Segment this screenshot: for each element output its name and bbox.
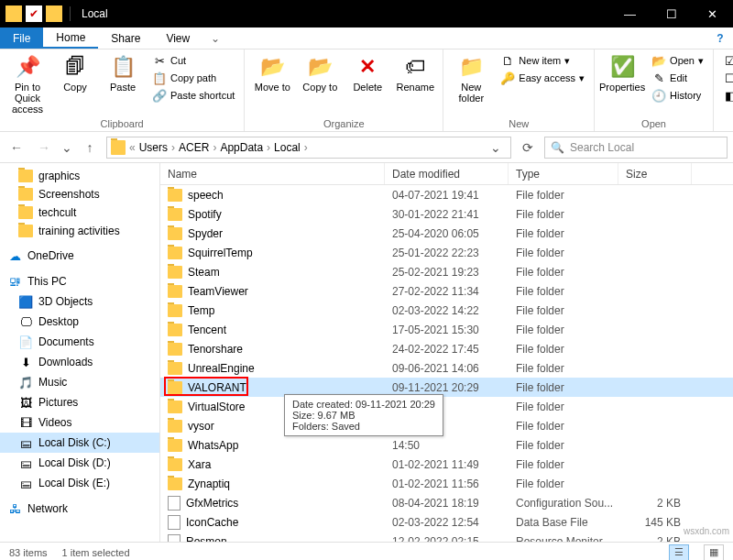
file-row[interactable]: Temp02-03-2022 14:22File folder [160, 301, 733, 320]
move-to-button[interactable]: 📂Move to [250, 52, 294, 93]
sidebar-onedrive[interactable]: ☁OneDrive [0, 246, 159, 266]
copy-button[interactable]: 🗐Copy [53, 52, 97, 93]
edit-button[interactable]: ✎Edit [648, 70, 707, 86]
sidebar-item[interactable]: 🖴Local Disk (D:) [0, 453, 159, 473]
sidebar-item[interactable]: graphics [0, 167, 159, 185]
folder-icon [168, 208, 182, 221]
file-row[interactable]: VALORANT09-11-2021 20:29File folder [160, 378, 733, 397]
status-bar: 83 items 1 item selected ☰ ▦ [0, 542, 733, 560]
file-row[interactable]: WhatsApp14:50File folder [160, 435, 733, 455]
sidebar-item[interactable]: 📄Documents [0, 332, 159, 352]
file-row[interactable]: IconCache02-03-2022 12:54Data Base File1… [160, 512, 733, 532]
paste-button[interactable]: 📋Paste [101, 52, 145, 93]
forward-button[interactable]: → [33, 137, 55, 159]
folder-icon [168, 304, 182, 317]
breadcrumb[interactable]: « Users› ACER› AppData› Local› ⌄ [106, 137, 511, 159]
sidebar-item[interactable]: 🖴Local Disk (E:) [0, 473, 159, 493]
file-row[interactable]: vysor22:48File folder [160, 416, 733, 435]
selection-count: 1 item selected [62, 547, 130, 558]
file-row[interactable]: VirtualStore14:06File folder [160, 397, 733, 416]
breadcrumb-dropdown[interactable]: ⌄ [485, 137, 507, 159]
file-list[interactable]: speech04-07-2021 19:41File folderSpotify… [160, 185, 733, 542]
file-row[interactable]: UnrealEngine09-06-2021 14:06File folder [160, 358, 733, 378]
folder-icon [168, 381, 182, 394]
icons-view-button[interactable]: ▦ [704, 544, 724, 561]
sidebar-network[interactable]: 🖧Network [0, 499, 159, 519]
history-button[interactable]: 🕘History [648, 87, 707, 104]
open-button[interactable]: 📂Open ▾ [648, 52, 707, 69]
ribbon-group-clipboard: 📌Pin to Quick access 🗐Copy 📋Paste ✂Cut 📋… [0, 49, 245, 131]
file-row[interactable]: TeamViewer27-02-2022 11:34File folder [160, 281, 733, 301]
file-row[interactable]: Resmon12-02-2022 02:15Resource Monitor .… [160, 532, 733, 542]
qat-check-icon[interactable]: ✔ [26, 5, 42, 22]
sidebar-item[interactable]: 🎵Music [0, 372, 159, 392]
copy-to-button[interactable]: 📂Copy to [298, 52, 342, 93]
folder-icon [168, 324, 182, 336]
ribbon-group-organize: 📂Move to 📂Copy to ✕Delete 🏷Rename Organi… [245, 49, 443, 131]
close-button[interactable]: ✕ [692, 0, 733, 27]
help-button[interactable]: ? [707, 27, 733, 49]
search-input[interactable]: 🔍 Search Local [544, 137, 728, 159]
menu-view[interactable]: View [153, 27, 202, 49]
navigation-pane[interactable]: graphicsScreenshotstechculttraining acti… [0, 163, 160, 542]
copy-path-button[interactable]: 📋Copy path [148, 70, 238, 86]
folder-icon [168, 189, 182, 202]
file-row[interactable]: Steam25-02-2021 19:23File folder [160, 262, 733, 281]
sidebar-item[interactable]: techcult [0, 203, 159, 222]
minimize-button[interactable]: — [609, 0, 651, 27]
column-headers[interactable]: Name Date modified Type Size [160, 163, 733, 185]
sidebar-item[interactable]: training activities [0, 222, 159, 240]
folder-icon [168, 343, 182, 356]
ribbon-group-open: ✅Properties 📂Open ▾ ✎Edit 🕘History Open [595, 49, 714, 131]
select-none-button[interactable]: ☐Select none [719, 70, 733, 86]
rename-button[interactable]: 🏷Rename [393, 52, 437, 93]
folder-icon [111, 140, 126, 155]
delete-button[interactable]: ✕Delete [345, 52, 389, 93]
menu-share[interactable]: Share [98, 27, 153, 49]
refresh-button[interactable]: ⟳ [517, 137, 539, 159]
select-all-button[interactable]: ☑Select all [719, 52, 733, 69]
file-row[interactable]: Spotify30-01-2022 21:41File folder [160, 204, 733, 224]
file-row[interactable]: SquirrelTemp25-01-2022 22:23File folder [160, 243, 733, 262]
menu-home[interactable]: Home [43, 27, 98, 49]
qat-folder-icon[interactable] [46, 5, 62, 22]
file-row[interactable]: Tenorshare24-02-2022 17:45File folder [160, 339, 733, 358]
back-button[interactable]: ← [5, 137, 27, 159]
sidebar-item[interactable]: 🎞Videos [0, 412, 159, 433]
file-row[interactable]: Xara01-02-2021 11:49File folder [160, 455, 733, 474]
sidebar-thispc[interactable]: 🖳This PC [0, 271, 159, 291]
sidebar-item[interactable]: ⬇Downloads [0, 352, 159, 372]
folder-icon [168, 247, 182, 259]
sidebar-item[interactable]: 🟦3D Objects [0, 291, 159, 312]
ribbon-collapse[interactable]: ⌄ [202, 27, 228, 49]
folder-icon [168, 266, 182, 279]
up-button[interactable]: ↑ [79, 137, 101, 159]
sidebar-item[interactable]: 🖼Pictures [0, 392, 159, 412]
details-view-button[interactable]: ☰ [669, 544, 689, 561]
file-icon [168, 496, 181, 511]
folder-icon [18, 170, 33, 182]
pin-quick-access-button[interactable]: 📌Pin to Quick access [5, 52, 49, 115]
file-row[interactable]: Tencent17-05-2021 15:30File folder [160, 320, 733, 339]
invert-selection-button[interactable]: ◧Invert selection [719, 87, 733, 104]
folder-icon [18, 206, 33, 219]
easy-access-button[interactable]: 🔑Easy access ▾ [497, 70, 588, 86]
paste-shortcut-button[interactable]: 🔗Paste shortcut [148, 87, 238, 104]
properties-button[interactable]: ✅Properties [600, 52, 644, 93]
file-row[interactable]: speech04-07-2021 19:41File folder [160, 185, 733, 204]
recent-button[interactable]: ⌄ [60, 137, 73, 159]
sidebar-item[interactable]: 🖴Local Disk (C:) [0, 433, 159, 453]
new-item-button[interactable]: 🗋New item ▾ [497, 52, 588, 69]
file-row[interactable]: Zynaptiq01-02-2021 11:56File folder [160, 474, 733, 493]
menu-file[interactable]: File [0, 27, 43, 49]
cut-button[interactable]: ✂Cut [148, 52, 238, 69]
folder-icon [18, 188, 33, 201]
sidebar-item[interactable]: Screenshots [0, 185, 159, 203]
file-row[interactable]: GfxMetrics08-04-2021 18:19Configuration … [160, 493, 733, 512]
folder-icon [168, 401, 182, 413]
tooltip: Date created: 09-11-2021 20:29Size: 9.67… [284, 394, 443, 436]
sidebar-item[interactable]: 🖵Desktop [0, 312, 159, 332]
file-row[interactable]: Spyder25-04-2020 06:05File folder [160, 224, 733, 243]
maximize-button[interactable]: ☐ [651, 0, 692, 27]
new-folder-button[interactable]: 📁New folder [449, 52, 493, 104]
